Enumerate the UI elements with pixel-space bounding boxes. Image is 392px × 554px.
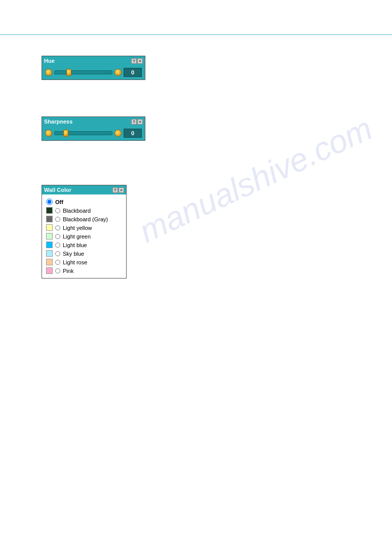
wallcolor-option-blackboard-gray[interactable]: Blackboard (Gray)	[46, 215, 122, 223]
wallcolor-radio-light-yellow[interactable]	[55, 225, 60, 230]
sharpness-slider-track[interactable]	[54, 131, 112, 135]
hue-slider-thumb[interactable]	[66, 69, 71, 76]
wallcolor-titlebar: Wall Color ? ×	[42, 185, 126, 194]
wallcolor-title: Wall Color	[44, 187, 71, 193]
sharpness-help-btn[interactable]: ?	[131, 119, 137, 125]
wallcolor-widget: Wall Color ? × Off Blackboard Blackboard…	[42, 185, 127, 279]
hue-knob-left[interactable]	[45, 69, 52, 76]
watermark: manualshive.com	[134, 110, 377, 249]
hue-title: Hue	[44, 58, 55, 64]
wallcolor-label-blackboard-gray: Blackboard (Gray)	[63, 216, 108, 222]
sharpness-knob-right[interactable]	[114, 130, 122, 137]
hue-knob-right[interactable]	[114, 69, 122, 76]
sharpness-close-btn[interactable]: ×	[137, 119, 143, 125]
wallcolor-help-btn[interactable]: ?	[112, 187, 118, 193]
wallcolor-label-blackboard: Blackboard	[63, 208, 91, 214]
wallcolor-close-btn[interactable]: ×	[119, 187, 124, 193]
wallcolor-radio-sky-blue[interactable]	[55, 251, 60, 256]
wallcolor-radio-light-rose[interactable]	[55, 260, 60, 265]
wallcolor-radio-light-green[interactable]	[55, 234, 60, 239]
wallcolor-label-pink: Pink	[63, 268, 73, 274]
wallcolor-radio-off[interactable]	[46, 199, 53, 205]
wallcolor-swatch-blackboard	[46, 207, 53, 214]
wallcolor-swatch-pink	[46, 267, 53, 274]
hue-close-btn[interactable]: ×	[137, 58, 143, 64]
sharpness-value: 0	[124, 129, 142, 138]
wallcolor-option-blackboard[interactable]: Blackboard	[46, 206, 122, 215]
watermark-text: manualshive.com	[134, 110, 378, 250]
wallcolor-radio-light-blue[interactable]	[55, 243, 60, 248]
wallcolor-body: Off Blackboard Blackboard (Gray) Light y…	[42, 194, 126, 278]
sharpness-body: 0	[42, 126, 145, 140]
hue-titlebar-buttons: ? ×	[131, 58, 143, 64]
hue-slider-track[interactable]	[54, 70, 112, 74]
sharpness-knob-left[interactable]	[45, 130, 52, 137]
wallcolor-radio-blackboard[interactable]	[55, 208, 60, 213]
sharpness-widget: Sharpness ? × 0	[42, 116, 145, 141]
hue-widget: Hue ? × 0	[42, 56, 145, 80]
top-border	[0, 34, 392, 35]
wallcolor-swatch-light-blue	[46, 242, 53, 248]
wallcolor-titlebar-buttons: ? ×	[112, 187, 124, 193]
sharpness-slider-thumb[interactable]	[63, 130, 68, 137]
hue-help-btn[interactable]: ?	[131, 58, 137, 64]
wallcolor-option-light-blue[interactable]: Light blue	[46, 241, 122, 249]
wallcolor-option-light-rose[interactable]: Light rose	[46, 258, 122, 266]
wallcolor-swatch-light-yellow	[46, 224, 53, 231]
wallcolor-label-light-blue: Light blue	[63, 242, 87, 248]
wallcolor-radio-blackboard-gray[interactable]	[55, 217, 60, 222]
sharpness-title: Sharpness	[44, 118, 72, 125]
wallcolor-label-sky-blue: Sky blue	[63, 251, 84, 257]
wallcolor-swatch-light-rose	[46, 259, 53, 265]
wallcolor-swatch-sky-blue	[46, 250, 53, 257]
hue-value: 0	[124, 68, 142, 77]
wallcolor-option-light-green[interactable]: Light green	[46, 232, 122, 241]
wallcolor-option-off[interactable]: Off	[46, 197, 122, 206]
wallcolor-radio-pink[interactable]	[55, 268, 60, 273]
hue-titlebar: Hue ? ×	[42, 56, 145, 65]
wallcolor-label-light-green: Light green	[63, 233, 91, 240]
wallcolor-label-off: Off	[55, 199, 63, 205]
sharpness-titlebar: Sharpness ? ×	[42, 117, 145, 126]
hue-body: 0	[42, 65, 145, 80]
wallcolor-label-light-yellow: Light yellow	[63, 225, 92, 231]
sharpness-titlebar-buttons: ? ×	[131, 119, 143, 125]
wallcolor-swatch-light-green	[46, 233, 53, 240]
wallcolor-swatch-blackboard-gray	[46, 216, 53, 222]
wallcolor-label-light-rose: Light rose	[63, 259, 87, 265]
wallcolor-option-pink[interactable]: Pink	[46, 266, 122, 275]
wallcolor-option-sky-blue[interactable]: Sky blue	[46, 249, 122, 258]
wallcolor-option-light-yellow[interactable]: Light yellow	[46, 223, 122, 232]
